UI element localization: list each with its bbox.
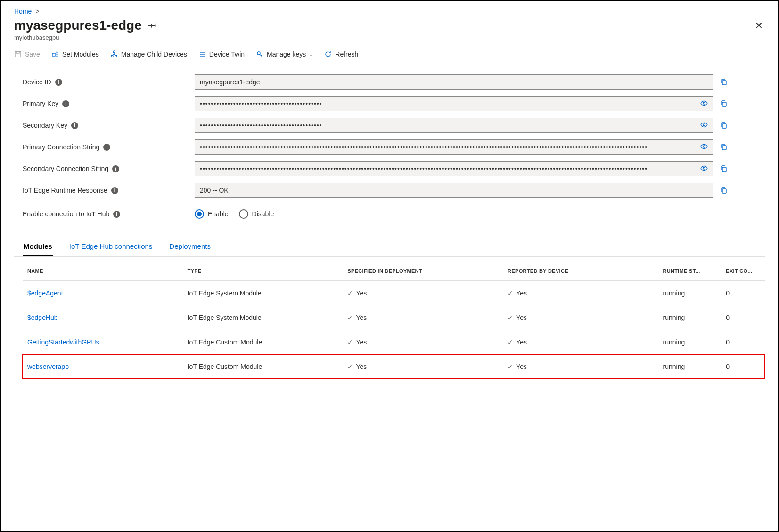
info-icon[interactable]: i [55, 79, 62, 86]
module-spec: ✓Yes [343, 354, 503, 379]
primary-key-label: Primary Key i [23, 100, 190, 107]
col-type[interactable]: TYPE [183, 260, 343, 281]
copy-icon[interactable] [718, 187, 730, 194]
col-runtime[interactable]: RUNTIME ST... [658, 260, 722, 281]
copy-icon[interactable] [718, 165, 730, 172]
info-icon[interactable]: i [71, 122, 78, 129]
svg-rect-0 [15, 51, 21, 57]
secondary-key-field: ••••••••••••••••••••••••••••••••••••••••… [195, 118, 713, 133]
eye-icon[interactable] [700, 121, 708, 130]
disable-radio[interactable]: Disable [239, 209, 274, 219]
check-icon: ✓ [508, 363, 513, 370]
svg-point-3 [57, 52, 57, 53]
device-twin-button[interactable]: Device Twin [198, 50, 245, 58]
info-icon[interactable]: i [112, 165, 119, 172]
list-icon [198, 50, 206, 58]
check-icon: ✓ [347, 363, 353, 370]
table-row[interactable]: $edgeHubIoT Edge System Module✓Yes✓Yesru… [23, 305, 765, 330]
tab-modules[interactable]: Modules [23, 237, 53, 256]
module-runtime: running [658, 281, 722, 306]
module-reported: ✓Yes [503, 330, 658, 354]
table-row[interactable]: GettingStartedwithGPUsIoT Edge Custom Mo… [23, 330, 765, 354]
tabs: Modules IoT Edge Hub connections Deploym… [14, 237, 765, 257]
modules-table: NAME TYPE SPECIFIED IN DEPLOYMENT REPORT… [23, 260, 765, 379]
info-icon[interactable]: i [113, 211, 120, 218]
module-type: IoT Edge System Module [183, 281, 343, 306]
col-name[interactable]: NAME [23, 260, 183, 281]
check-icon: ✓ [508, 338, 513, 346]
copy-icon[interactable] [718, 100, 730, 107]
enable-radio[interactable]: Enable [195, 209, 229, 219]
copy-icon[interactable] [718, 143, 730, 151]
set-modules-button[interactable]: Set Modules [51, 50, 99, 58]
col-exit[interactable]: EXIT CO... [721, 260, 765, 281]
module-exit: 0 [721, 281, 765, 306]
module-type: IoT Edge Custom Module [183, 330, 343, 354]
toolbar: Save Set Modules Manage Child Devices De… [14, 50, 765, 65]
manage-child-devices-button[interactable]: Manage Child Devices [110, 50, 187, 58]
primary-key-field: ••••••••••••••••••••••••••••••••••••••••… [195, 96, 713, 111]
module-exit: 0 [721, 305, 765, 330]
svg-rect-15 [722, 102, 726, 106]
hierarchy-icon [110, 50, 118, 58]
table-row[interactable]: $edgeAgentIoT Edge System Module✓Yes✓Yes… [23, 281, 765, 306]
module-reported: ✓Yes [503, 281, 658, 306]
page-title: myasegpures1-edge [14, 18, 142, 33]
eye-icon[interactable] [700, 99, 708, 108]
secondary-key-label: Secondary Key i [23, 122, 190, 129]
svg-point-6 [113, 51, 115, 53]
table-row[interactable]: webserverappIoT Edge Custom Module✓Yes✓Y… [23, 354, 765, 379]
breadcrumb: Home > [14, 8, 765, 15]
info-icon[interactable]: i [103, 144, 110, 151]
svg-point-20 [703, 167, 705, 169]
col-spec[interactable]: SPECIFIED IN DEPLOYMENT [343, 260, 503, 281]
primary-conn-field: ••••••••••••••••••••••••••••••••••••••••… [195, 139, 713, 155]
svg-point-18 [703, 146, 705, 147]
svg-rect-2 [52, 53, 55, 56]
copy-icon[interactable] [718, 78, 730, 86]
save-icon [14, 50, 22, 58]
pin-icon[interactable] [148, 21, 157, 31]
modules-icon [51, 50, 59, 58]
secondary-conn-label: Secondary Connection String i [23, 165, 190, 172]
svg-rect-1 [16, 51, 19, 53]
check-icon: ✓ [508, 314, 513, 321]
copy-icon[interactable] [718, 122, 730, 129]
save-button: Save [14, 50, 40, 58]
enable-connection-label: Enable connection to IoT Hub i [23, 210, 190, 218]
manage-keys-button[interactable]: Manage keys ⌄ [256, 50, 313, 58]
tab-connections[interactable]: IoT Edge Hub connections [68, 237, 154, 256]
module-reported: ✓Yes [503, 354, 658, 379]
check-icon: ✓ [347, 289, 353, 297]
runtime-response-label: IoT Edge Runtime Response i [23, 187, 190, 194]
tab-deployments[interactable]: Deployments [168, 237, 212, 256]
chevron-down-icon: ⌄ [309, 52, 313, 57]
check-icon: ✓ [508, 289, 513, 297]
module-exit: 0 [721, 330, 765, 354]
eye-icon[interactable] [700, 143, 708, 152]
info-icon[interactable]: i [62, 100, 69, 107]
module-spec: ✓Yes [343, 330, 503, 354]
secondary-conn-field: ••••••••••••••••••••••••••••••••••••••••… [195, 161, 713, 176]
svg-rect-19 [722, 146, 726, 150]
breadcrumb-home[interactable]: Home [14, 8, 32, 15]
col-reported[interactable]: REPORTED BY DEVICE [503, 260, 658, 281]
info-icon[interactable]: i [111, 187, 118, 194]
refresh-button[interactable]: Refresh [324, 50, 358, 58]
module-link[interactable]: GettingStartedwithGPUs [27, 338, 99, 346]
device-id-field: myasegpures1-edge [195, 74, 713, 90]
module-link[interactable]: webserverapp [27, 363, 69, 370]
eye-icon[interactable] [700, 164, 708, 173]
module-link[interactable]: $edgeAgent [27, 289, 63, 297]
key-icon [256, 50, 263, 58]
module-reported: ✓Yes [503, 305, 658, 330]
svg-rect-22 [722, 189, 726, 193]
close-icon[interactable]: ✕ [753, 18, 765, 33]
svg-point-7 [111, 55, 113, 57]
chevron-right-icon: > [35, 8, 39, 15]
module-link[interactable]: $edgeHub [27, 314, 58, 321]
module-runtime: running [658, 354, 722, 379]
refresh-icon [324, 50, 332, 58]
svg-point-8 [115, 55, 117, 57]
device-id-label: Device ID i [23, 78, 190, 86]
